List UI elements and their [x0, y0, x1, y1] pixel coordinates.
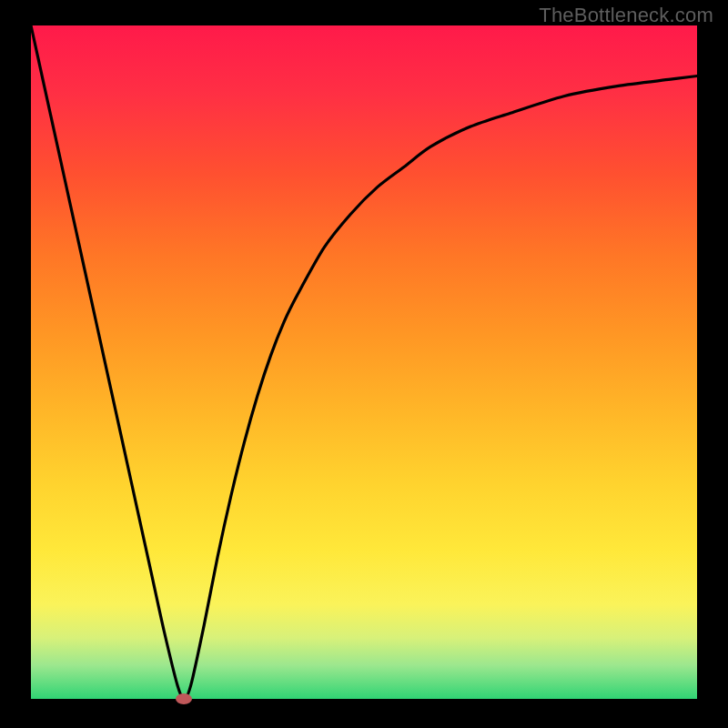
optimal-point-marker — [176, 693, 192, 704]
watermark-text: TheBottleneck.com — [539, 4, 713, 27]
curve-svg — [31, 25, 697, 699]
bottleneck-curve — [31, 25, 697, 699]
plot-area — [31, 25, 697, 699]
bottleneck-chart: TheBottleneck.com — [0, 0, 728, 728]
